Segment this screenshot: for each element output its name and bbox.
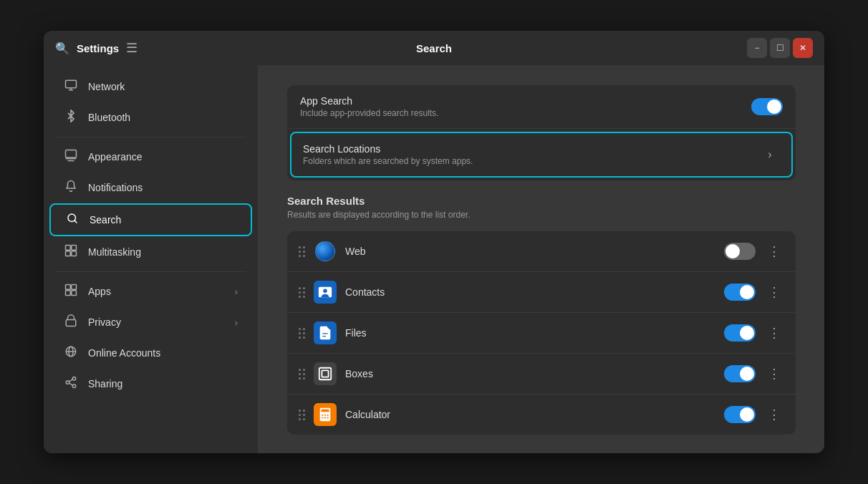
sidebar-item-sharing-label: Sharing [88, 378, 122, 389]
sidebar-item-sharing[interactable]: Sharing [49, 369, 252, 399]
svg-line-18 [69, 383, 72, 385]
calculator-label: Calculator [345, 409, 715, 420]
privacy-chevron-icon: › [235, 317, 238, 328]
svg-rect-8 [72, 285, 77, 290]
multitasking-icon [64, 244, 78, 260]
sidebar-item-online-accounts-label: Online Accounts [88, 347, 160, 359]
settings-title: Settings [77, 42, 119, 54]
web-toggle[interactable] [724, 243, 756, 260]
sidebar-item-apps-label: Apps [88, 286, 111, 297]
minimize-button[interactable]: − [747, 38, 767, 58]
web-menu-icon[interactable]: ⋮ [764, 241, 784, 261]
svg-point-16 [66, 381, 69, 384]
search-sidebar-icon [65, 212, 79, 228]
boxes-drag-handle[interactable] [299, 369, 305, 379]
sidebar-item-apps[interactable]: Apps › [49, 276, 252, 306]
sidebar-item-privacy[interactable]: Privacy › [49, 307, 252, 337]
svg-rect-4 [72, 246, 77, 251]
sharing-icon [64, 376, 78, 392]
titlebar: 🔍 Settings ☰ Search − ☐ ✕ [44, 31, 824, 65]
svg-point-28 [324, 415, 326, 416]
sidebar-item-network-label: Network [88, 81, 125, 92]
files-label: Files [345, 327, 715, 339]
divider-2 [55, 271, 246, 272]
search-locations-title: Search Locations [303, 143, 751, 155]
files-drag-handle[interactable] [299, 328, 305, 339]
files-menu-icon[interactable]: ⋮ [764, 323, 784, 343]
sidebar-item-online-accounts[interactable]: Online Accounts [49, 338, 252, 368]
app-search-subtitle: Include app-provided search results. [300, 108, 751, 118]
sidebar: Network Bluetooth Appearance [44, 65, 259, 453]
svg-rect-0 [66, 80, 77, 88]
contacts-menu-icon[interactable]: ⋮ [764, 282, 784, 302]
page-title: Search [416, 42, 452, 54]
search-locations-row[interactable]: Search Locations Folders which are searc… [290, 132, 793, 178]
settings-window: 🔍 Settings ☰ Search − ☐ ✕ Network [44, 31, 824, 453]
maximize-button[interactable]: ☐ [770, 38, 790, 58]
main-content: Network Bluetooth Appearance [44, 65, 824, 453]
files-icon [314, 321, 337, 344]
search-results-subtitle: Results are displayed according to the l… [287, 210, 796, 220]
result-row-contacts: Contacts ⋮ [287, 272, 796, 313]
svg-rect-7 [66, 285, 71, 290]
svg-point-17 [72, 384, 76, 388]
app-search-title: App Search [300, 95, 751, 107]
svg-rect-26 [322, 410, 329, 412]
search-results-card: Web ⋮ Contacts [287, 231, 796, 435]
sidebar-item-multitasking[interactable]: Multitasking [49, 237, 252, 267]
titlebar-left: 🔍 Settings ☰ [55, 40, 270, 56]
search-header-icon: 🔍 [55, 42, 69, 55]
sidebar-item-search[interactable]: Search [49, 203, 252, 236]
result-row-files: Files ⋮ [287, 313, 796, 354]
svg-rect-3 [66, 246, 71, 251]
sidebar-item-notifications[interactable]: Notifications [49, 173, 252, 203]
hamburger-icon[interactable]: ☰ [126, 40, 138, 56]
search-results-section: Search Results Results are displayed acc… [287, 195, 796, 435]
contacts-drag-handle[interactable] [299, 287, 305, 298]
svg-rect-11 [66, 320, 76, 326]
search-locations-chevron-icon[interactable]: › [760, 145, 780, 165]
web-label: Web [345, 246, 715, 257]
apps-chevron-icon: › [235, 286, 238, 297]
divider-1 [55, 137, 246, 137]
files-toggle[interactable] [724, 324, 756, 342]
sidebar-item-network[interactable]: Network [49, 72, 252, 102]
boxes-menu-icon[interactable]: ⋮ [764, 364, 784, 384]
calculator-drag-handle[interactable] [299, 410, 305, 420]
calculator-icon [314, 403, 337, 426]
boxes-toggle[interactable] [724, 365, 756, 382]
svg-rect-10 [72, 291, 77, 296]
sidebar-item-appearance-label: Appearance [88, 151, 143, 163]
sidebar-item-bluetooth[interactable]: Bluetooth [49, 102, 252, 132]
svg-point-32 [327, 417, 329, 418]
contacts-icon [314, 281, 337, 304]
svg-rect-9 [66, 291, 71, 296]
sidebar-item-search-label: Search [90, 214, 121, 226]
calculator-toggle[interactable] [724, 406, 756, 423]
svg-point-30 [322, 417, 323, 418]
contacts-toggle[interactable] [724, 284, 756, 301]
svg-point-29 [327, 415, 329, 416]
appearance-icon [64, 149, 78, 165]
search-locations-text: Search Locations Folders which are searc… [303, 143, 751, 166]
sidebar-item-notifications-label: Notifications [88, 182, 143, 193]
app-search-toggle[interactable] [751, 98, 783, 115]
result-row-boxes: Boxes ⋮ [287, 354, 796, 395]
privacy-icon [64, 314, 78, 330]
boxes-label: Boxes [345, 368, 715, 379]
sidebar-item-appearance[interactable]: Appearance [49, 142, 252, 172]
calculator-menu-icon[interactable]: ⋮ [764, 405, 784, 425]
apps-icon [64, 284, 78, 299]
web-drag-handle[interactable] [299, 246, 305, 257]
app-search-row: App Search Include app-provided search r… [287, 85, 796, 129]
network-icon [64, 79, 78, 95]
close-button[interactable]: ✕ [793, 38, 813, 58]
boxes-icon [314, 362, 337, 385]
search-locations-subtitle: Folders which are searched by system app… [303, 156, 751, 166]
result-row-calculator: Calculator ⋮ [287, 395, 796, 435]
search-results-title: Search Results [287, 195, 796, 207]
contacts-label: Contacts [345, 286, 715, 298]
svg-line-19 [69, 379, 72, 382]
result-row-web: Web ⋮ [287, 231, 796, 272]
web-icon [314, 240, 337, 263]
